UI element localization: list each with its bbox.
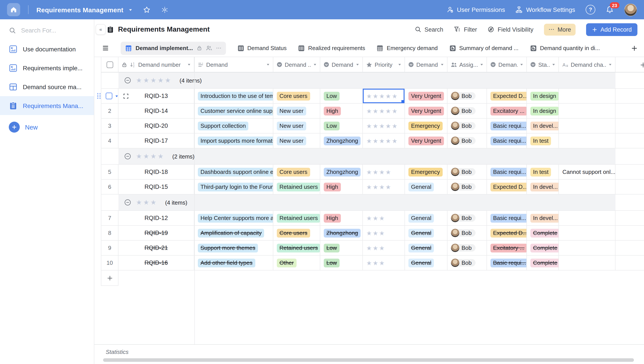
demand-change-cell[interactable]	[559, 211, 616, 226]
assignee-cell[interactable]: Bob	[448, 89, 487, 104]
demand-change-cell[interactable]	[559, 226, 616, 241]
sidebar-item-requirements-imple[interactable]: Requirements imple...	[0, 58, 94, 77]
status-cell[interactable]: Complete	[527, 241, 559, 255]
assignee-cell[interactable]: Bob	[448, 255, 487, 270]
demand-user-cell[interactable]: Core users	[273, 89, 320, 104]
priority-stars[interactable]: ★★★	[366, 229, 386, 236]
empty-cell[interactable]	[616, 180, 644, 195]
drag-handle-icon[interactable]	[97, 93, 101, 99]
demand-cell[interactable]: Customer service online supp	[194, 104, 273, 119]
demand-level-cell[interactable]: Low	[320, 119, 363, 134]
tab-summary-of-demand[interactable]: Summary of demand ...	[449, 45, 518, 52]
demand-type-cell[interactable]: Excitatory ...	[487, 241, 527, 255]
demand-level-cell[interactable]: High	[320, 104, 363, 119]
empty-cell[interactable]	[616, 119, 644, 134]
status-cell[interactable]: Complete	[527, 226, 559, 241]
demand-urgency-cell[interactable]: Very Urgent	[405, 89, 448, 104]
favorite-star-icon[interactable]	[143, 6, 150, 14]
status-cell[interactable]: In devel...	[527, 180, 559, 195]
empty-cell[interactable]	[616, 104, 644, 119]
row-number-cell[interactable]: 9	[101, 241, 118, 255]
demand-level-cell[interactable]: Low	[320, 241, 363, 255]
tab-realized-requirements[interactable]: Realized requirements	[298, 45, 365, 52]
priority-stars[interactable]: ★★★★★	[366, 92, 398, 100]
tab-demand-implement[interactable]: Demand implement...	[121, 42, 226, 55]
column-header-deman[interactable]: Deman...	[487, 57, 527, 73]
demand-user-cell[interactable]: Other	[273, 255, 320, 270]
view-list-icon[interactable]	[102, 44, 109, 52]
tab-demand-status[interactable]: Demand Status	[237, 45, 287, 52]
priority-stars[interactable]: ★★★	[366, 214, 386, 221]
record-id-cell[interactable]: RQID-13	[118, 89, 194, 104]
assignee-cell[interactable]: Bob	[448, 241, 487, 255]
record-id-cell[interactable]: RQID-15	[118, 180, 194, 195]
assignee-cell[interactable]: Bob	[448, 226, 487, 241]
demand-cell[interactable]: Introduction to the use of tem	[194, 89, 273, 104]
demand-type-cell[interactable]: Basic requi...	[487, 211, 527, 226]
notifications-button[interactable]: 23	[606, 6, 614, 14]
demand-level-cell[interactable]: Zhongzhong	[320, 165, 363, 180]
priority-cell[interactable]: ★★★★★	[363, 119, 405, 134]
more-button[interactable]: More	[544, 24, 576, 35]
chevron-down-icon[interactable]	[313, 63, 317, 66]
row-expand-caret-icon[interactable]	[115, 94, 118, 98]
priority-stars[interactable]: ★★★★	[366, 168, 392, 175]
status-cell[interactable]: In devel...	[527, 211, 559, 226]
demand-level-cell[interactable]: Low	[320, 89, 363, 104]
priority-stars[interactable]: ★★★	[366, 259, 386, 266]
column-header-demand-cha[interactable]: ADemand cha...	[559, 57, 616, 73]
record-id-cell[interactable]: RQID-17	[118, 134, 194, 148]
demand-cell[interactable]: Support more themes	[194, 241, 273, 255]
user-permissions-button[interactable]: User Permissions	[446, 6, 505, 13]
chevron-down-icon[interactable]	[520, 63, 523, 66]
status-cell[interactable]: In design	[527, 104, 559, 119]
demand-urgency-cell[interactable]: General	[405, 241, 448, 255]
demand-cell[interactable]: Dashboards support online ed	[194, 165, 273, 180]
row-number-cell[interactable]: 7	[101, 211, 118, 226]
priority-cell[interactable]: ★★★★	[363, 165, 405, 180]
priority-cell[interactable]: ★★★★	[363, 180, 405, 195]
demand-urgency-cell[interactable]: Emergency	[405, 165, 448, 180]
demand-type-cell[interactable]: Basic requi...	[487, 165, 527, 180]
row-checkbox[interactable]	[106, 93, 112, 99]
record-id-cell[interactable]: RQID-20	[118, 119, 194, 134]
sidebar-item-requirements-mana[interactable]: Requirements Mana...	[0, 96, 94, 115]
demand-urgency-cell[interactable]: Very Urgent	[405, 104, 448, 119]
priority-cell[interactable]: ★★★★★	[363, 104, 405, 119]
sidebar-search[interactable]	[9, 26, 94, 34]
assignee-cell[interactable]: Bob	[448, 119, 487, 134]
demand-cell[interactable]: Help Center supports more ar	[194, 211, 273, 226]
priority-stars[interactable]: ★★★★	[366, 183, 392, 190]
priority-cell[interactable]: ★★★	[363, 226, 405, 241]
settings-gear-icon[interactable]	[161, 6, 168, 14]
new-table-button[interactable]: New	[9, 122, 94, 133]
collapse-group-button[interactable]	[124, 199, 131, 206]
column-header-sta[interactable]: Sta...	[527, 57, 559, 73]
chevron-down-icon[interactable]	[187, 63, 191, 66]
select-all-checkbox[interactable]	[101, 57, 118, 73]
demand-change-cell[interactable]	[559, 134, 616, 148]
priority-stars[interactable]: ★★★★★	[366, 107, 398, 114]
priority-cell[interactable]: ★★★	[363, 211, 405, 226]
demand-urgency-cell[interactable]: General	[405, 255, 448, 270]
sidebar-search-input[interactable]	[20, 26, 83, 34]
demand-level-cell[interactable]: High	[320, 180, 363, 195]
empty-cell[interactable]	[616, 89, 644, 104]
demand-change-cell[interactable]	[559, 255, 616, 270]
demand-change-cell[interactable]	[559, 89, 616, 104]
demand-change-cell[interactable]	[559, 104, 616, 119]
empty-cell[interactable]	[616, 165, 644, 180]
empty-cell[interactable]	[616, 134, 644, 148]
demand-cell[interactable]: Third-party login to the Forum	[194, 180, 273, 195]
demand-level-cell[interactable]: Zhongzhong	[320, 226, 363, 241]
demand-urgency-cell[interactable]: Emergency	[405, 119, 448, 134]
horizontal-scrollbar[interactable]	[103, 358, 634, 362]
priority-stars[interactable]: ★★★★★	[366, 137, 398, 144]
tab-demand-quantity-in-di[interactable]: Demand quantity in di...	[530, 45, 600, 52]
demand-level-cell[interactable]: High	[320, 211, 363, 226]
status-cell[interactable]: Complete	[527, 255, 559, 270]
assignee-cell[interactable]: Bob	[448, 104, 487, 119]
demand-cell[interactable]: Support collection	[194, 119, 273, 134]
priority-stars[interactable]: ★★★	[366, 244, 386, 251]
demand-urgency-cell[interactable]: General	[405, 211, 448, 226]
